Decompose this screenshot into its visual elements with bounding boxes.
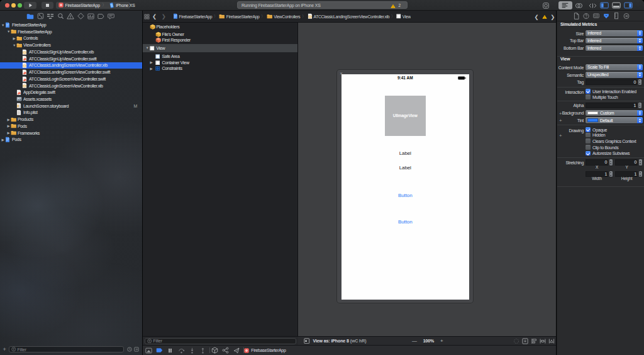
attributes-inspector-tab[interactable] xyxy=(603,12,609,20)
outline-row[interactable]: ▶Constraints xyxy=(143,65,297,73)
checkbox-user-interaction-enabled[interactable] xyxy=(586,89,591,94)
recent-files-filter-icon[interactable] xyxy=(127,347,132,352)
checkbox-opaque[interactable] xyxy=(586,127,591,132)
zoom-level[interactable]: 100% xyxy=(423,339,434,343)
project-navigator-tab[interactable] xyxy=(26,13,34,20)
toggle-debug-area-button[interactable] xyxy=(610,1,622,9)
identity-inspector-tab[interactable] xyxy=(593,12,599,20)
file-row[interactable]: ATCClassicSignUpViewController.swift xyxy=(0,55,142,62)
button-2[interactable]: Button xyxy=(341,219,469,225)
file-row[interactable]: ATCClassicLandingScreenViewController.xi… xyxy=(0,62,142,69)
background-popup[interactable]: Custom xyxy=(586,110,643,116)
test-navigator-tab[interactable] xyxy=(77,13,84,20)
breadcrumb-item[interactable]: FirebaseStarterApp xyxy=(219,14,259,19)
tag-field[interactable]: 0 xyxy=(586,79,637,86)
stepper-control[interactable] xyxy=(638,103,642,109)
checkbox-hidden[interactable] xyxy=(586,133,591,138)
file-row[interactable]: AppDelegate.swift xyxy=(0,89,142,96)
tint-popup[interactable]: Default xyxy=(586,117,643,123)
file-row[interactable]: ▼ViewControllers xyxy=(0,42,142,48)
debug-view-hierarchy-button[interactable] xyxy=(211,347,219,354)
go-forward-button[interactable]: ❯ xyxy=(159,13,169,20)
source-control-navigator-tab[interactable] xyxy=(36,13,44,20)
outline-toggle-icon[interactable] xyxy=(304,338,310,344)
file-row[interactable]: ATCClassicLoginScreenViewController.xib xyxy=(0,82,142,89)
symbol-navigator-tab[interactable] xyxy=(47,13,54,20)
content-mode-popup[interactable]: Scale To Fill xyxy=(586,64,643,70)
label-1[interactable]: Label xyxy=(341,150,469,156)
file-row[interactable]: ATCClassicSignUpViewController.xib xyxy=(0,48,142,55)
file-row[interactable]: LaunchScreen.storyboardM xyxy=(0,103,142,110)
toggle-inspectors-button[interactable] xyxy=(622,1,634,9)
resolve-autolayout-button[interactable] xyxy=(548,338,555,344)
add-file-button[interactable]: + xyxy=(0,346,9,352)
disclosure-closed-icon[interactable]: ▶ xyxy=(150,60,153,64)
zoom-in-button[interactable]: + xyxy=(440,338,443,344)
file-row[interactable]: ▼FirebaseStarterApp xyxy=(0,21,142,28)
checkbox-autoresize-subviews[interactable] xyxy=(586,151,591,156)
size-inspector-tab[interactable] xyxy=(613,12,619,20)
file-row[interactable]: ▶Products xyxy=(0,116,142,123)
zoom-out-button[interactable]: — xyxy=(412,338,417,344)
file-row[interactable]: ▶Pods xyxy=(0,123,142,130)
memory-graph-button[interactable] xyxy=(221,347,230,354)
add-variation-button[interactable]: + xyxy=(559,133,562,138)
file-inspector-tab[interactable] xyxy=(573,12,579,20)
file-row[interactable]: Assets.xcassets xyxy=(0,96,142,103)
label-2[interactable]: Label xyxy=(341,165,469,171)
library-button[interactable] xyxy=(540,1,552,9)
breadcrumb-item[interactable]: View xyxy=(396,14,411,19)
stepper-control[interactable] xyxy=(638,79,642,86)
navigator-filter-field[interactable]: Filter xyxy=(9,346,124,352)
debug-navigator-tab[interactable] xyxy=(87,13,94,20)
previous-issue-button[interactable]: ❮ xyxy=(533,14,539,20)
find-navigator-tab[interactable] xyxy=(57,13,64,20)
assistant-editor-button[interactable] xyxy=(572,1,586,9)
related-items-icon[interactable] xyxy=(144,14,150,20)
standard-editor-button[interactable] xyxy=(558,1,572,9)
next-issue-button[interactable]: ❯ xyxy=(550,14,555,20)
step-into-button[interactable] xyxy=(187,347,196,354)
add-variation-button[interactable]: + xyxy=(559,118,562,123)
step-over-button[interactable] xyxy=(177,347,186,354)
simulate-location-button[interactable] xyxy=(232,347,241,354)
outline-row[interactable]: ▼View xyxy=(143,44,297,52)
outline-row[interactable]: First Responder xyxy=(143,37,297,45)
view-controller-frame[interactable]: ✕ 9:41 AM UIImageView Label Label Button… xyxy=(337,70,473,303)
disclosure-closed-icon[interactable]: ▶ xyxy=(150,67,153,70)
connections-inspector-tab[interactable] xyxy=(623,12,630,20)
checkbox-clears-graphics-context[interactable] xyxy=(586,138,591,144)
uiimageview-placeholder[interactable]: UIImageView xyxy=(385,96,426,137)
top-bar-popup[interactable]: Inferred xyxy=(586,38,643,44)
issue-warning-icon[interactable] xyxy=(541,14,547,20)
checkbox-multiple-touch[interactable] xyxy=(586,94,591,99)
quick-help-inspector-tab[interactable] xyxy=(583,12,589,20)
breadcrumb-item[interactable]: ATCClassicLandingScreenViewController.xi… xyxy=(308,13,390,20)
embed-in-stack-button[interactable] xyxy=(522,338,528,344)
button-1[interactable]: Button xyxy=(341,193,469,198)
file-row[interactable]: ATCClassicLandingScreenViewController.sw… xyxy=(0,69,142,76)
file-row[interactable]: ATCClassicLoginScreenViewController.swif… xyxy=(0,76,142,82)
breadcrumb-item[interactable]: FirebaseStarterApp xyxy=(173,13,213,20)
toggle-navigator-button[interactable] xyxy=(598,1,610,9)
semantic-popup[interactable]: Unspecified xyxy=(586,72,643,78)
file-row[interactable]: ▶Pods xyxy=(0,136,142,143)
file-row[interactable]: Info.plist xyxy=(0,110,142,116)
breakpoints-toggle-button[interactable] xyxy=(155,347,164,354)
file-row[interactable]: ▶Controls xyxy=(0,35,142,42)
file-row[interactable]: ▼FirebaseStarterApp xyxy=(0,28,142,35)
breadcrumb-item[interactable]: ViewControllers xyxy=(267,14,301,19)
checkbox-clip-to-bounds[interactable] xyxy=(586,145,591,150)
disclosure-open-icon[interactable]: ▼ xyxy=(146,46,149,50)
stepper-control[interactable] xyxy=(609,171,613,178)
source-control-status-filter-icon[interactable] xyxy=(134,347,139,352)
device-screen[interactable]: 9:41 AM UIImageView Label Label Button B… xyxy=(341,74,469,300)
breakpoint-navigator-tab[interactable] xyxy=(97,13,104,20)
debug-process-breadcrumb[interactable]: FirebaseStarterApp xyxy=(244,348,286,353)
size-popup[interactable]: Inferred xyxy=(586,30,643,37)
stepper-control[interactable] xyxy=(609,159,613,166)
alpha-field[interactable]: 1 xyxy=(586,103,637,109)
view-as-label[interactable]: View as: iPhone 8 (wC hR) xyxy=(313,339,367,343)
file-row[interactable]: ▶Frameworks xyxy=(0,130,142,137)
outline-filter-field[interactable]: Filter xyxy=(145,338,296,344)
